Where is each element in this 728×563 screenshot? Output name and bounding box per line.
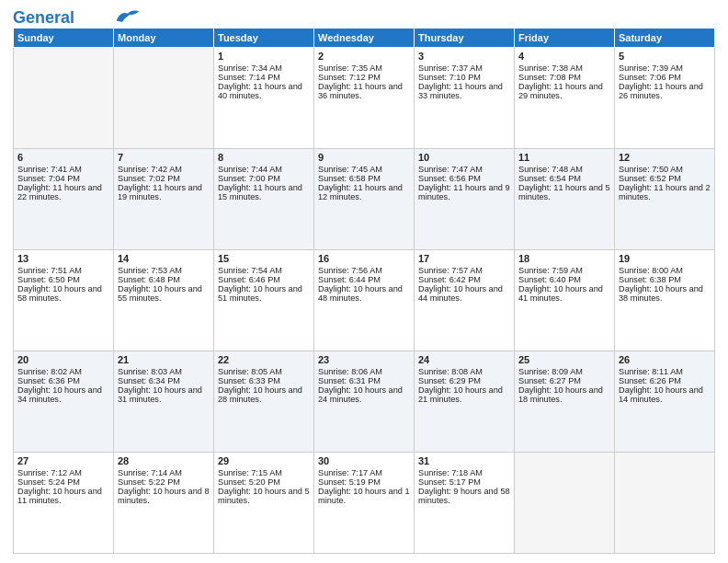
logo: General: [13, 9, 141, 22]
calendar-cell: 28Sunrise: 7:14 AMSunset: 5:22 PMDayligh…: [114, 453, 214, 554]
calendar-cell: 18Sunrise: 7:59 AMSunset: 6:40 PMDayligh…: [515, 250, 615, 351]
calendar-cell: 8Sunrise: 7:44 AMSunset: 7:00 PMDaylight…: [214, 149, 314, 250]
day-info: Sunset: 6:50 PM: [17, 275, 109, 284]
calendar-cell: 31Sunrise: 7:18 AMSunset: 5:17 PMDayligh…: [415, 453, 515, 554]
day-info: Daylight: 10 hours and 1 minute.: [318, 487, 410, 505]
calendar-cell: 23Sunrise: 8:06 AMSunset: 6:31 PMDayligh…: [314, 351, 415, 453]
day-info: Sunrise: 8:05 AM: [218, 367, 310, 376]
day-number: 4: [518, 51, 610, 62]
day-number: 29: [218, 455, 310, 466]
day-info: Daylight: 10 hours and 31 minutes.: [118, 385, 210, 404]
calendar-cell: 12Sunrise: 7:50 AMSunset: 6:52 PMDayligh…: [615, 149, 715, 250]
day-number: 15: [218, 253, 310, 264]
day-number: 8: [218, 152, 310, 163]
calendar-day-header: Monday: [114, 29, 214, 48]
day-info: Daylight: 10 hours and 38 minutes.: [619, 284, 711, 303]
calendar-week-row: 1Sunrise: 7:34 AMSunset: 7:14 PMDaylight…: [14, 48, 715, 149]
day-info: Daylight: 11 hours and 19 minutes.: [118, 183, 210, 201]
day-number: 9: [318, 152, 410, 163]
day-info: Sunrise: 7:59 AM: [518, 266, 610, 275]
day-info: Sunset: 6:56 PM: [418, 174, 510, 183]
day-info: Sunrise: 7:41 AM: [17, 165, 109, 174]
day-info: Sunrise: 7:42 AM: [118, 165, 210, 174]
calendar-day-header: Friday: [515, 29, 615, 48]
day-number: 28: [118, 455, 210, 466]
day-info: Sunrise: 8:08 AM: [418, 367, 510, 376]
day-info: Sunset: 6:44 PM: [318, 275, 410, 284]
logo-bird-icon: [115, 7, 141, 24]
day-info: Sunrise: 7:44 AM: [218, 165, 310, 174]
day-info: Sunset: 5:24 PM: [17, 477, 109, 487]
calendar-day-header: Thursday: [415, 29, 515, 48]
calendar-header-row: SundayMondayTuesdayWednesdayThursdayFrid…: [14, 29, 715, 48]
day-number: 12: [619, 152, 711, 163]
day-info: Sunrise: 7:51 AM: [17, 266, 109, 275]
day-info: Sunset: 6:40 PM: [518, 275, 610, 284]
calendar-week-row: 6Sunrise: 7:41 AMSunset: 7:04 PMDaylight…: [14, 149, 715, 250]
day-info: Daylight: 9 hours and 58 minutes.: [418, 487, 510, 505]
calendar-cell: 30Sunrise: 7:17 AMSunset: 5:19 PMDayligh…: [314, 453, 415, 554]
day-number: 11: [518, 152, 610, 163]
day-info: Daylight: 11 hours and 5 minutes.: [518, 183, 610, 201]
calendar-cell: 14Sunrise: 7:53 AMSunset: 6:48 PMDayligh…: [114, 250, 214, 351]
calendar-cell: [615, 453, 715, 554]
calendar-cell: [515, 453, 615, 554]
day-info: Sunset: 6:36 PM: [17, 376, 109, 385]
day-info: Sunrise: 7:38 AM: [518, 63, 610, 73]
calendar-cell: 17Sunrise: 7:57 AMSunset: 6:42 PMDayligh…: [415, 250, 515, 351]
calendar-cell: 13Sunrise: 7:51 AMSunset: 6:50 PMDayligh…: [14, 250, 114, 351]
day-number: 27: [17, 455, 109, 466]
calendar-cell: 9Sunrise: 7:45 AMSunset: 6:58 PMDaylight…: [314, 149, 415, 250]
page: General SundayMondayTuesdayWednesdayThur…: [0, 0, 728, 563]
calendar-cell: 27Sunrise: 7:12 AMSunset: 5:24 PMDayligh…: [14, 453, 114, 554]
day-number: 21: [118, 354, 210, 365]
day-info: Sunset: 7:06 PM: [619, 73, 711, 82]
calendar-cell: 7Sunrise: 7:42 AMSunset: 7:02 PMDaylight…: [114, 149, 214, 250]
day-info: Sunrise: 8:03 AM: [118, 367, 210, 376]
day-number: 18: [518, 253, 610, 264]
calendar-cell: 29Sunrise: 7:15 AMSunset: 5:20 PMDayligh…: [214, 453, 314, 554]
calendar-cell: 25Sunrise: 8:09 AMSunset: 6:27 PMDayligh…: [515, 351, 615, 453]
day-info: Sunrise: 8:06 AM: [318, 367, 410, 376]
calendar-cell: 6Sunrise: 7:41 AMSunset: 7:04 PMDaylight…: [14, 149, 114, 250]
day-number: 5: [619, 51, 711, 62]
day-number: 14: [118, 253, 210, 264]
day-info: Daylight: 10 hours and 34 minutes.: [17, 385, 109, 404]
day-info: Daylight: 11 hours and 33 minutes.: [418, 82, 510, 100]
day-number: 13: [17, 253, 109, 264]
calendar-day-header: Saturday: [615, 29, 715, 48]
day-info: Sunset: 7:00 PM: [218, 174, 310, 183]
day-info: Sunrise: 7:53 AM: [118, 266, 210, 275]
day-number: 24: [418, 354, 510, 365]
day-info: Sunrise: 7:35 AM: [318, 63, 410, 73]
header: General: [13, 9, 715, 22]
day-info: Sunset: 7:04 PM: [17, 174, 109, 183]
calendar-cell: 1Sunrise: 7:34 AMSunset: 7:14 PMDaylight…: [214, 48, 314, 149]
day-info: Daylight: 10 hours and 58 minutes.: [17, 284, 109, 303]
day-number: 17: [418, 253, 510, 264]
day-info: Daylight: 10 hours and 11 minutes.: [17, 487, 109, 505]
day-info: Sunset: 7:02 PM: [118, 174, 210, 183]
calendar-cell: 11Sunrise: 7:48 AMSunset: 6:54 PMDayligh…: [515, 149, 615, 250]
day-info: Sunrise: 7:39 AM: [619, 63, 711, 73]
day-info: Sunrise: 7:17 AM: [318, 468, 410, 477]
calendar-cell: 10Sunrise: 7:47 AMSunset: 6:56 PMDayligh…: [415, 149, 515, 250]
calendar-cell: 24Sunrise: 8:08 AMSunset: 6:29 PMDayligh…: [415, 351, 515, 453]
day-info: Daylight: 10 hours and 28 minutes.: [218, 385, 310, 404]
day-info: Daylight: 10 hours and 41 minutes.: [518, 284, 610, 303]
calendar-cell: 4Sunrise: 7:38 AMSunset: 7:08 PMDaylight…: [515, 48, 615, 149]
day-info: Daylight: 11 hours and 12 minutes.: [318, 183, 410, 201]
calendar-cell: 15Sunrise: 7:54 AMSunset: 6:46 PMDayligh…: [214, 250, 314, 351]
day-info: Sunset: 6:54 PM: [518, 174, 610, 183]
day-number: 3: [418, 51, 510, 62]
day-info: Daylight: 11 hours and 2 minutes.: [619, 183, 711, 201]
day-info: Sunset: 6:48 PM: [118, 275, 210, 284]
calendar-week-row: 20Sunrise: 8:02 AMSunset: 6:36 PMDayligh…: [14, 351, 715, 453]
day-number: 6: [17, 152, 109, 163]
day-info: Daylight: 10 hours and 14 minutes.: [619, 385, 711, 404]
day-info: Daylight: 11 hours and 29 minutes.: [518, 82, 610, 100]
day-info: Sunset: 6:52 PM: [619, 174, 711, 183]
day-info: Sunset: 6:33 PM: [218, 376, 310, 385]
logo-text: General: [13, 9, 74, 26]
day-info: Sunrise: 8:11 AM: [619, 367, 711, 376]
